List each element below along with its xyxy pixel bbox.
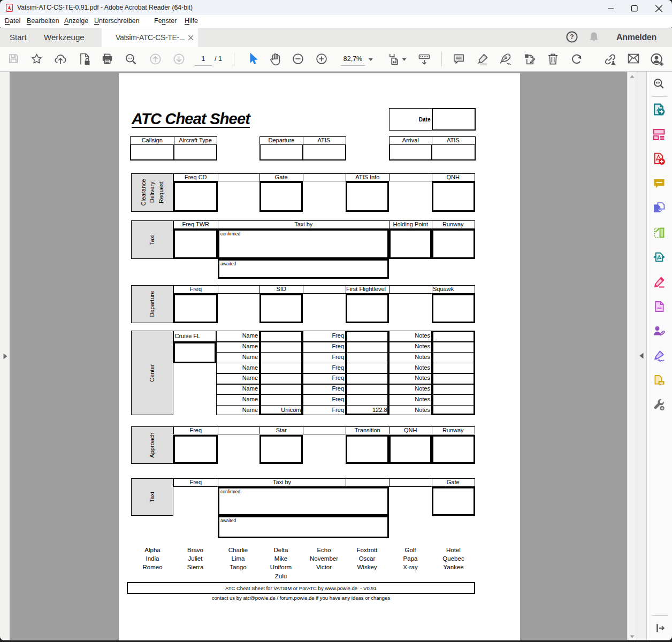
svg-text:?: ? xyxy=(570,33,574,41)
